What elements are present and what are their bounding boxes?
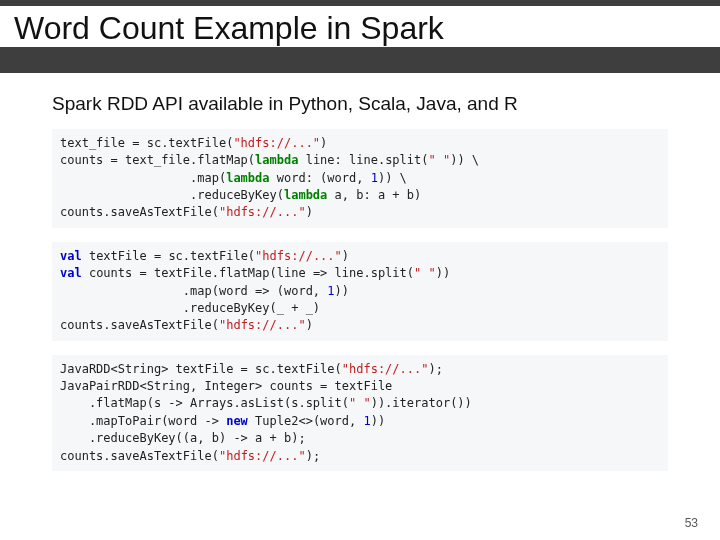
subtitle: Spark RDD API available in Python, Scala… <box>52 93 720 115</box>
page-number: 53 <box>685 516 698 530</box>
page-title: Word Count Example in Spark <box>0 6 720 47</box>
code-block-java: JavaRDD<String> textFile = sc.textFile("… <box>52 355 668 471</box>
code-wrap: text_file = sc.textFile("hdfs://...") co… <box>52 129 668 471</box>
slide: Word Count Example in Spark Spark RDD AP… <box>0 0 720 540</box>
code-block-python: text_file = sc.textFile("hdfs://...") co… <box>52 129 668 228</box>
header: Word Count Example in Spark <box>0 0 720 73</box>
code-block-scala: val textFile = sc.textFile("hdfs://...")… <box>52 242 668 341</box>
